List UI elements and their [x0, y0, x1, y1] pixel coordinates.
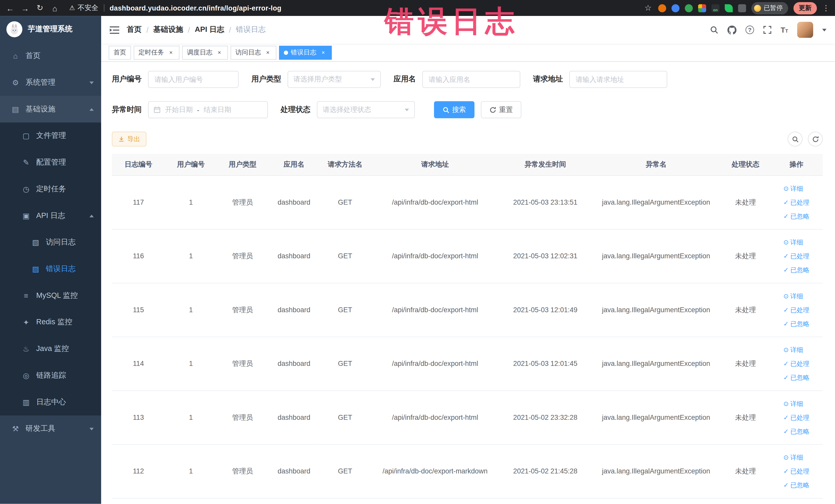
user-avatar[interactable]: [797, 22, 813, 38]
exception-time-range[interactable]: 开始日期 - 结束日期: [148, 101, 268, 118]
cell-request-url: /api/infra/db-doc/export-html: [371, 175, 500, 229]
tab-schedule-log[interactable]: 调度日志 ×: [182, 45, 228, 59]
sidebar-item-error-log[interactable]: ▨ 错误日志: [0, 256, 101, 282]
cell-method: GET: [320, 444, 371, 498]
col-method: 请求方法名: [320, 154, 371, 175]
tab-error-log[interactable]: 错误日志 ×: [279, 45, 332, 59]
kebab-menu-icon[interactable]: ⋮: [822, 4, 830, 12]
col-exception-name: 异常名: [591, 154, 721, 175]
request-url-input[interactable]: [569, 71, 667, 88]
extension-leaf-icon[interactable]: [725, 4, 733, 12]
extension-puzzle-icon[interactable]: [738, 4, 746, 12]
sidebar-toggle-icon[interactable]: [109, 26, 119, 34]
sidebar-item-home[interactable]: ⌂ 首页: [0, 43, 101, 69]
detail-link[interactable]: ⊙详细: [783, 343, 810, 357]
sidebar-item-infrastructure[interactable]: ▤ 基础设施: [0, 96, 101, 122]
detail-link[interactable]: ⊙详细: [783, 181, 810, 195]
sidebar-item-redis-monitor[interactable]: ✦ Redis 监控: [0, 309, 101, 336]
cell-actions: ⊙详细 ✓已处理 ✓已忽略: [770, 390, 823, 444]
app-logo[interactable]: 芋道管理系统: [0, 16, 101, 43]
sidebar-item-access-log[interactable]: ▧ 访问日志: [0, 229, 101, 256]
process-status-select[interactable]: 请选择处理状态: [317, 101, 415, 118]
tab-access-log[interactable]: 访问日志 ×: [230, 45, 276, 59]
ignored-link[interactable]: ✓已忽略: [783, 424, 810, 438]
sidebar-item-file-mgmt[interactable]: ▢ 文件管理: [0, 122, 101, 149]
tab-home[interactable]: 首页: [108, 45, 131, 59]
forward-icon[interactable]: →: [20, 3, 30, 12]
font-size-icon[interactable]: TT: [780, 25, 788, 35]
toggle-search-button[interactable]: [788, 132, 802, 146]
processed-link[interactable]: ✓已处理: [783, 249, 810, 263]
extension-green-icon[interactable]: [685, 4, 693, 12]
security-badge[interactable]: ⚠ 不安全: [69, 3, 99, 13]
cell-user-type: 管理员: [217, 283, 268, 337]
cell-app-name: dashboard: [268, 444, 320, 498]
error-log-table: 日志编号 用户编号 用户类型 应用名 请求方法名 请求地址 异常发生时间 异常名…: [112, 154, 823, 498]
sidebar-item-java-monitor[interactable]: ♨ Java 监控: [0, 336, 101, 362]
processed-link[interactable]: ✓已处理: [783, 303, 810, 317]
cell-app-name: dashboard: [268, 229, 320, 283]
ignored-link[interactable]: ✓已忽略: [783, 370, 810, 384]
processed-link[interactable]: ✓已处理: [783, 357, 810, 370]
close-icon[interactable]: ×: [167, 49, 175, 56]
paused-badge[interactable]: 已暂停: [751, 2, 788, 14]
sidebar-item-label: 链路追踪: [36, 371, 66, 380]
sidebar-item-config-mgmt[interactable]: ✎ 配置管理: [0, 149, 101, 176]
sidebar-item-api-log[interactable]: ▣ API 日志: [0, 202, 101, 229]
sidebar-item-log-center[interactable]: ▥ 日志中心: [0, 389, 101, 416]
sidebar-item-mysql-monitor[interactable]: ≡ MySQL 监控: [0, 282, 101, 309]
cell-status: 未处理: [721, 444, 770, 498]
user-id-input[interactable]: [148, 71, 239, 88]
sidebar-item-system-mgmt[interactable]: ⚙ 系统管理: [0, 69, 101, 96]
sidebar-item-scheduled-task[interactable]: ◷ 定时任务: [0, 176, 101, 203]
search-button[interactable]: 搜索: [434, 101, 475, 118]
page-content: 用户编号 用户类型 请选择用户类型 应用名: [101, 62, 835, 504]
detail-link[interactable]: ⊙详细: [783, 450, 810, 464]
github-icon[interactable]: [728, 25, 736, 35]
extension-proxy-on-icon[interactable]: on: [712, 4, 719, 12]
sidebar-item-devtools[interactable]: ⚒ 研发工具: [0, 416, 101, 442]
detail-link[interactable]: ⊙详细: [783, 289, 810, 303]
extension-grid-icon[interactable]: [698, 4, 706, 12]
reset-button[interactable]: 重置: [481, 101, 521, 118]
close-icon[interactable]: ×: [264, 49, 271, 56]
search-icon[interactable]: [710, 26, 718, 34]
chevron-up-icon: [89, 215, 94, 217]
export-button-label: 导出: [127, 135, 140, 143]
sidebar-item-link-trace[interactable]: ◎ 链路追踪: [0, 362, 101, 389]
back-icon[interactable]: ←: [5, 3, 15, 12]
breadcrumb-current: 错误日志: [236, 25, 266, 35]
view-icon: ⊙: [783, 450, 789, 464]
bookmark-star-icon[interactable]: ☆: [643, 3, 653, 13]
extension-orange-icon[interactable]: [658, 4, 666, 12]
address-url[interactable]: dashboard.yudao.iocoder.cn/infra/log/api…: [109, 4, 282, 12]
sidebar-item-label: API 日志: [36, 211, 65, 221]
detail-link[interactable]: ⊙详细: [783, 397, 810, 410]
caret-down-icon[interactable]: [822, 28, 827, 31]
processed-link[interactable]: ✓已处理: [783, 195, 810, 209]
navbar-actions: ? TT: [710, 22, 826, 38]
ignored-link[interactable]: ✓已忽略: [783, 209, 810, 223]
user-type-select[interactable]: 请选择用户类型: [287, 71, 381, 88]
cell-exception-time: 2021-05-02 23:32:28: [500, 390, 591, 444]
ignored-link[interactable]: ✓已忽略: [783, 317, 810, 330]
refresh-button[interactable]: [808, 132, 823, 146]
extension-blue-drop-icon[interactable]: [672, 4, 679, 12]
close-icon[interactable]: ×: [216, 49, 223, 56]
fullscreen-icon[interactable]: [763, 26, 772, 34]
breadcrumb-home[interactable]: 首页: [127, 25, 142, 35]
export-button[interactable]: 导出: [112, 132, 147, 146]
cell-method: GET: [320, 283, 371, 337]
update-button[interactable]: 更新: [793, 2, 817, 14]
reload-icon[interactable]: ↻: [35, 3, 45, 13]
app-name-input[interactable]: [422, 71, 520, 88]
processed-link[interactable]: ✓已处理: [783, 464, 810, 478]
help-icon[interactable]: ?: [746, 26, 754, 34]
processed-link[interactable]: ✓已处理: [783, 410, 810, 424]
home-icon[interactable]: ⌂: [50, 3, 60, 12]
tab-scheduled-task[interactable]: 定时任务 ×: [134, 45, 179, 59]
detail-link[interactable]: ⊙详细: [783, 235, 810, 249]
ignored-link[interactable]: ✓已忽略: [783, 478, 810, 492]
ignored-link[interactable]: ✓已忽略: [783, 263, 810, 277]
close-icon[interactable]: ×: [320, 49, 327, 56]
